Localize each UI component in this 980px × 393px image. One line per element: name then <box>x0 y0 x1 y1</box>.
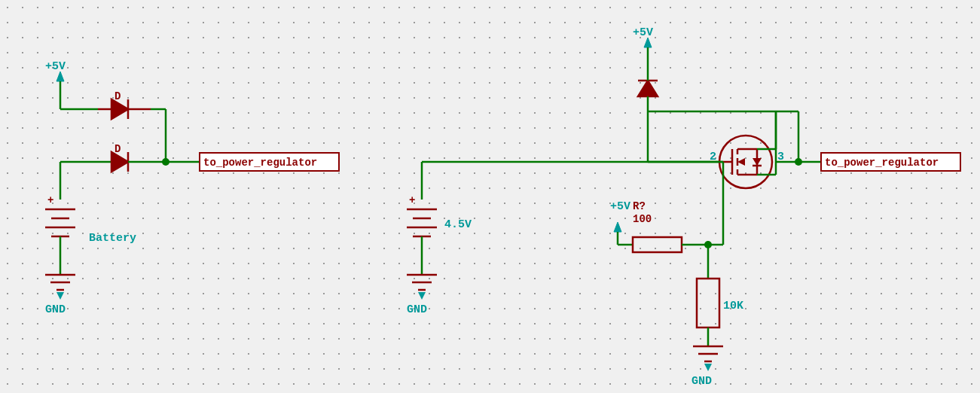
battery2-plus: + <box>409 194 415 206</box>
mosfet-pin3: 3 <box>777 151 784 163</box>
svg-marker-68 <box>614 222 621 232</box>
r100-label: R? <box>633 200 646 212</box>
svg-marker-38 <box>638 81 658 96</box>
vcc-label-left: +5V <box>45 60 66 73</box>
vcc-r-label: +5V <box>610 200 630 213</box>
gnd-label-left: GND <box>45 303 66 316</box>
vcc-label-right: +5V <box>633 26 653 39</box>
resistor-100 <box>633 237 682 252</box>
resistor-10k <box>697 279 719 328</box>
battery-plus: + <box>47 194 53 206</box>
svg-marker-59 <box>737 158 745 166</box>
gnd-label-right: GND <box>691 375 712 388</box>
r10k-value: 10K <box>723 300 743 312</box>
svg-marker-34 <box>418 292 426 300</box>
svg-marker-79 <box>704 364 712 371</box>
r100-value: 100 <box>633 213 652 225</box>
net-label-left: to_power_regulator <box>203 157 317 169</box>
svg-marker-23 <box>56 292 64 300</box>
diode-d2-label: D <box>114 143 121 155</box>
battery2-voltage: 4.5V <box>444 218 472 231</box>
schematic-diagram: +5V D D to_power_regulator + Batt <box>0 0 980 393</box>
battery-label: Battery <box>89 232 136 245</box>
diode-d1-label: D <box>114 90 121 102</box>
gnd-label-middle: GND <box>407 303 427 316</box>
net-label-right: to_power_regulator <box>825 157 939 169</box>
svg-marker-61 <box>753 158 762 166</box>
